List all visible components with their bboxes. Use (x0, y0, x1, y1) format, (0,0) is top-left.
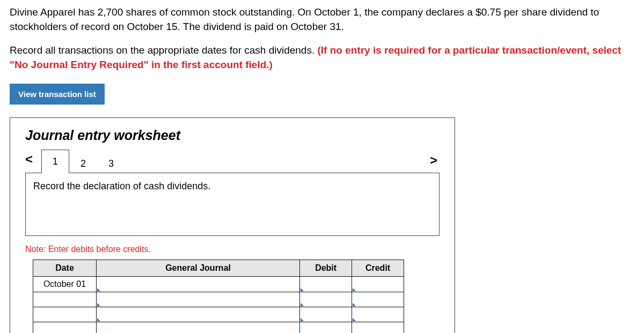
journal-entry-worksheet: Journal entry worksheet < 1 2 3 > Record… (10, 117, 455, 333)
cell-date (33, 307, 97, 322)
cell-general-journal[interactable] (96, 277, 299, 292)
dropdown-indicator-icon (301, 318, 304, 321)
dropdown-indicator-icon (97, 288, 100, 291)
question-paragraph-2: Record all transactions on the appropria… (10, 43, 634, 72)
worksheet-title: Journal entry worksheet (10, 128, 455, 150)
cell-date (33, 292, 97, 307)
tab-1[interactable]: 1 (41, 150, 69, 173)
cell-general-journal[interactable] (96, 307, 299, 322)
col-header-credit: Credit (352, 260, 404, 277)
instruction-plain: Record all transactions on the appropria… (10, 45, 318, 56)
dropdown-indicator-icon (97, 318, 100, 321)
tab-3[interactable]: 3 (97, 154, 125, 173)
dropdown-indicator-icon (353, 318, 356, 321)
question-paragraph-1: Divine Apparel has 2,700 shares of commo… (10, 5, 634, 34)
chevron-left-icon[interactable]: < (25, 152, 36, 171)
table-row: October 01 (33, 277, 404, 292)
dropdown-indicator-icon (301, 303, 304, 306)
view-transaction-list-button[interactable]: View transaction list (10, 84, 105, 105)
tab-row: < 1 2 3 > (10, 150, 455, 173)
col-header-debit: Debit (300, 260, 352, 277)
table-row (33, 292, 404, 307)
journal-entry-table: Date General Journal Debit Credit Octobe… (33, 260, 404, 333)
cell-debit[interactable] (300, 322, 352, 333)
cell-credit[interactable] (352, 277, 404, 292)
col-header-date: Date (33, 260, 97, 277)
transaction-description: Record the declaration of cash dividends… (25, 173, 440, 236)
cell-debit[interactable] (300, 277, 352, 292)
table-header-row: Date General Journal Debit Credit (33, 260, 404, 277)
dropdown-indicator-icon (301, 288, 304, 291)
cell-credit[interactable] (352, 292, 404, 307)
dropdown-indicator-icon (353, 288, 356, 291)
cell-debit[interactable] (300, 307, 352, 322)
col-header-general-journal: General Journal (96, 260, 299, 277)
cell-date (33, 322, 97, 333)
cell-debit[interactable] (300, 292, 352, 307)
note-text: Note: Enter debits before credits. (10, 236, 455, 260)
table-row (33, 322, 404, 333)
cell-credit[interactable] (352, 307, 404, 322)
cell-credit[interactable] (352, 322, 404, 333)
cell-general-journal[interactable] (96, 322, 299, 333)
table-row (33, 307, 404, 322)
cell-general-journal[interactable] (96, 292, 299, 307)
tab-2[interactable]: 2 (69, 154, 97, 173)
cell-date: October 01 (33, 277, 97, 292)
tabs-container: 1 2 3 (41, 150, 125, 173)
dropdown-indicator-icon (353, 303, 356, 306)
dropdown-indicator-icon (97, 303, 100, 306)
chevron-right-icon[interactable]: > (430, 153, 441, 172)
